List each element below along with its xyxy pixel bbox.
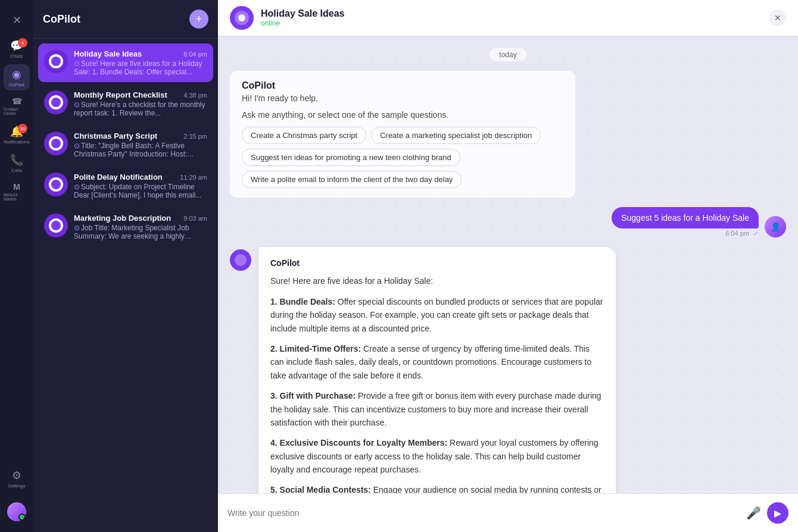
main-chat-area: Holiday Sale Ideas online ✕ today CoPilo… — [218, 0, 798, 532]
notifications-nav-item[interactable]: 🔔 Notifications 30 — [4, 121, 30, 148]
calls-label: Calls — [11, 168, 22, 173]
conversation-item-christmas-party[interactable]: Christmas Party Script 2:15 pm ⊙Title: "… — [38, 126, 213, 164]
user-message-time: 6:04 pm ✓ — [725, 230, 759, 237]
notifications-label: Notifications — [4, 139, 30, 145]
contact-center-label: Contact Center — [4, 107, 30, 115]
user-avatar — [7, 502, 26, 521]
chat-header: Holiday Sale Ideas online ✕ — [218, 0, 798, 36]
copilot-intro-name: CoPilot — [242, 80, 563, 91]
contact-center-nav-item[interactable]: ☎ Contact Center — [4, 93, 30, 119]
market-icon: M — [13, 182, 20, 192]
calls-icon: 📞 — [10, 154, 23, 167]
input-area: 🎤 ▶ — [218, 493, 798, 532]
checkmark-icon: ✓ — [753, 230, 759, 237]
conversation-info: Holiday Sale Ideas 6:04 pm ⊙Sure! Here a… — [74, 49, 207, 76]
close-button[interactable]: ✕ — [4, 7, 30, 33]
conversation-avatar — [44, 49, 68, 73]
settings-nav-item[interactable]: ⚙ Settings — [4, 465, 30, 492]
conversation-name: Marketing Job Description — [74, 214, 171, 223]
conversation-time: 4:38 pm — [183, 92, 207, 99]
copilot-intro-greeting: Hi! I'm ready to help. — [242, 93, 563, 103]
conversation-avatar — [44, 90, 68, 114]
conversation-name: Polite Delay Notification — [74, 173, 163, 181]
bot-response-intro: Sure! Here are five ideas for a Holiday … — [270, 274, 604, 287]
conversation-preview: ⊙Sure! Here are five ideas for a Holiday… — [74, 60, 207, 76]
mic-icon: 🎤 — [746, 506, 761, 520]
conversation-item-marketing-job[interactable]: Marketing Job Description 9:03 am ⊙Job T… — [38, 208, 213, 246]
user-avatar: 👤 — [765, 216, 786, 237]
messages-container: today CoPilot Hi! I'm ready to help. Ask… — [218, 36, 798, 493]
chats-nav-item[interactable]: 💬 Chats 4 — [4, 36, 30, 62]
sidebar-title: CoPilot — [43, 13, 80, 26]
copilot-nav-item[interactable]: ◉ CoPilot — [4, 64, 30, 90]
sidebar-header: CoPilot + — [33, 0, 218, 39]
conversation-item-monthly-report[interactable]: Monthly Report Checklist 4:38 pm ⊙Sure! … — [38, 85, 213, 123]
user-bubble-wrap: Suggest 5 ideas for a Holiday Sale 6:04 … — [612, 207, 759, 237]
today-divider: today — [230, 48, 786, 61]
close-icon: ✕ — [13, 14, 21, 27]
chat-header-title: Holiday Sale Ideas — [261, 8, 345, 19]
conversation-info: Marketing Job Description 9:03 am ⊙Job T… — [74, 214, 207, 240]
chat-header-left: Holiday Sale Ideas online — [230, 6, 345, 30]
user-avatar-img: 👤 — [765, 216, 786, 237]
header-close-button[interactable]: ✕ — [769, 10, 786, 26]
bot-response-item-2: 2. Limited-Time Offers: Create a sense o… — [270, 342, 604, 382]
conversation-name: Christmas Party Script — [74, 132, 157, 140]
bot-response-item-5: 5. Social Media Contests: Engage your au… — [270, 483, 604, 493]
new-chat-button[interactable]: + — [189, 10, 208, 29]
calls-nav-item[interactable]: 📞 Calls — [4, 150, 30, 176]
chip-polite-email[interactable]: Write a polite email to inform the clien… — [242, 171, 462, 188]
conversation-preview: ⊙Title: "Jingle Bell Bash: A Festive Chr… — [74, 142, 207, 158]
conversation-preview: ⊙Subject: Update on Project Timeline Dea… — [74, 183, 207, 199]
chip-marketing-specialist[interactable]: Create a marketing specialist job descri… — [371, 127, 541, 144]
bot-response-name: CoPilot — [270, 256, 604, 270]
suggestion-chips: Create a Christmas party script Create a… — [242, 127, 563, 188]
conversation-name: Monthly Report Checklist — [74, 90, 167, 99]
chat-header-status: online — [261, 19, 345, 27]
market-nav-item[interactable]: M Bitrix24 Market — [4, 179, 30, 205]
conversation-item-holiday-sale[interactable]: Holiday Sale Ideas 6:04 pm ⊙Sure! Here a… — [38, 43, 213, 82]
user-message-bubble: Suggest 5 ideas for a Holiday Sale — [612, 207, 759, 229]
conversation-avatar — [44, 132, 68, 155]
settings-label: Settings — [8, 483, 26, 489]
bot-response-bubble: CoPilot Sure! Here are five ideas for a … — [258, 247, 616, 493]
market-label: Bitrix24 Market — [4, 193, 30, 201]
send-icon: ▶ — [774, 508, 781, 519]
conversation-info: Polite Delay Notification 11:29 am ⊙Subj… — [74, 173, 207, 199]
conversation-time: 9:03 am — [183, 215, 207, 222]
copilot-intro-bubble: CoPilot Hi! I'm ready to help. Ask me an… — [230, 71, 575, 198]
chat-header-avatar — [230, 6, 254, 30]
contact-center-icon: ☎ — [12, 96, 22, 106]
conversation-item-polite-delay[interactable]: Polite Delay Notification 11:29 am ⊙Subj… — [38, 167, 213, 205]
conversation-preview: ⊙Sure! Here's a checklist for the monthl… — [74, 101, 207, 117]
send-button[interactable]: ▶ — [767, 502, 788, 524]
chats-label: Chats — [11, 54, 23, 59]
conversation-avatar — [44, 173, 68, 196]
conversation-list: Holiday Sale Ideas 6:04 pm ⊙Sure! Here a… — [33, 39, 218, 532]
conversation-name: Holiday Sale Ideas — [74, 49, 142, 58]
conversation-info: Christmas Party Script 2:15 pm ⊙Title: "… — [74, 132, 207, 158]
bot-response-item-4: 4. Exclusive Discounts for Loyalty Membe… — [270, 436, 604, 476]
bot-response-item-3: 3. Gift with Purchase: Provide a free gi… — [270, 389, 604, 429]
copilot-icon: ◉ — [12, 68, 21, 81]
conversation-time: 11:29 am — [180, 174, 207, 181]
bot-response-item-1: 1. Bundle Deals: Offer special discounts… — [270, 295, 604, 335]
mic-button[interactable]: 🎤 — [746, 506, 761, 520]
copilot-label: CoPilot — [9, 82, 24, 87]
conversation-avatar — [44, 214, 68, 237]
conversation-time: 2:15 pm — [183, 133, 207, 140]
bot-response-avatar — [230, 249, 251, 271]
today-badge: today — [490, 48, 526, 61]
icon-bar: ✕ 💬 Chats 4 ◉ CoPilot ☎ Contact Center 🔔… — [0, 0, 33, 532]
notifications-badge: 30 — [18, 124, 27, 133]
conversation-preview: ⊙Job Title: Marketing Specialist Job Sum… — [74, 224, 207, 240]
chip-christmas-party[interactable]: Create a Christmas party script — [242, 127, 366, 144]
conversation-info: Monthly Report Checklist 4:38 pm ⊙Sure! … — [74, 90, 207, 117]
bot-response-row: CoPilot Sure! Here are five ideas for a … — [230, 247, 786, 493]
chat-input[interactable] — [227, 508, 740, 518]
user-avatar-item[interactable] — [4, 499, 30, 525]
copilot-intro-subtext: Ask me anything, or select one of the sa… — [242, 110, 563, 120]
chip-teen-clothing[interactable]: Suggest ten ideas for promoting a new te… — [242, 149, 460, 166]
plus-icon: + — [196, 13, 202, 26]
user-message-row: Suggest 5 ideas for a Holiday Sale 6:04 … — [230, 207, 786, 237]
